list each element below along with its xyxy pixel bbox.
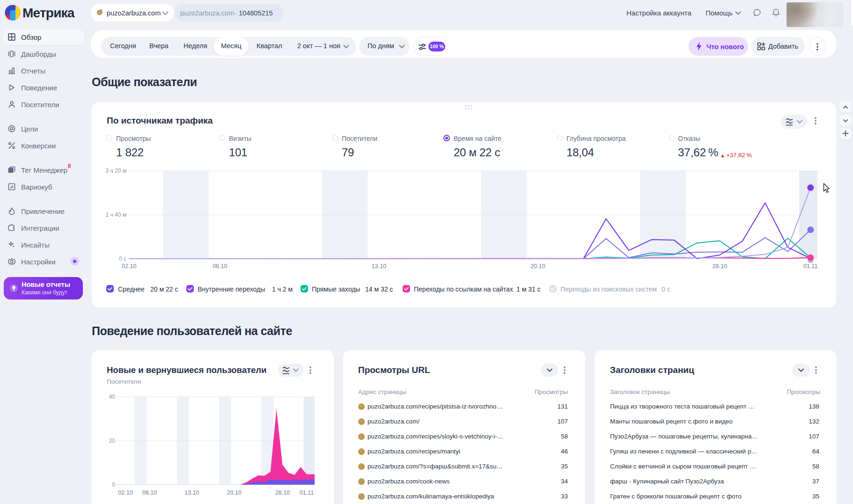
- svg-text:28.10: 28.10: [713, 263, 727, 270]
- svg-text:20.10: 20.10: [227, 489, 242, 496]
- svg-text:1 ч 40 м: 1 ч 40 м: [105, 212, 126, 218]
- svg-text:01.11: 01.11: [803, 263, 817, 270]
- svg-text:0: 0: [112, 482, 115, 488]
- svg-text:3 ч 20 м: 3 ч 20 м: [105, 168, 126, 174]
- svg-text:06.10: 06.10: [142, 489, 157, 496]
- svg-text:20.10: 20.10: [530, 263, 545, 270]
- svg-text:20: 20: [109, 438, 116, 444]
- svg-text:02.10: 02.10: [122, 263, 136, 270]
- svg-text:0 с: 0 с: [119, 256, 126, 262]
- svg-text:40: 40: [109, 394, 116, 400]
- svg-text:28.10: 28.10: [275, 489, 290, 496]
- svg-text:13.10: 13.10: [184, 489, 199, 496]
- svg-text:01.11: 01.11: [300, 489, 314, 496]
- svg-text:13.10: 13.10: [372, 263, 386, 270]
- svg-text:06.10: 06.10: [213, 263, 227, 270]
- svg-text:02.10: 02.10: [118, 489, 132, 496]
